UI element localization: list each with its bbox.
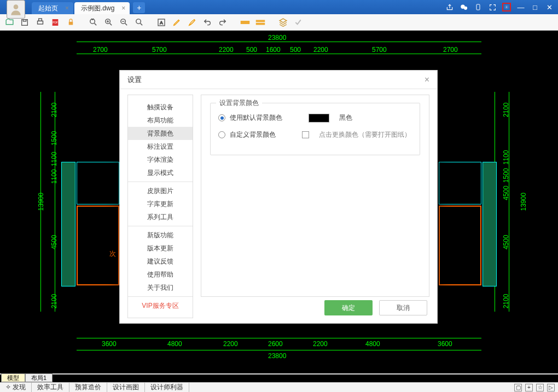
share-icon[interactable] [445, 3, 454, 11]
hscroll[interactable] [0, 373, 558, 375]
status-icon[interactable]: + [525, 384, 533, 391]
wall [483, 162, 497, 286]
wall [61, 162, 75, 286]
close-icon[interactable]: × [121, 4, 125, 12]
close-icon[interactable]: × [65, 4, 69, 12]
status-item[interactable]: 预算造价 [69, 383, 107, 392]
sidebar-item[interactable]: 使用帮助 [128, 268, 193, 281]
wechat-icon[interactable] [460, 3, 468, 11]
svg-point-0 [14, 4, 19, 9]
layout-tab-1[interactable]: 布局1 [25, 373, 53, 382]
color-name: 黑色 [339, 113, 352, 122]
settings-icon[interactable] [502, 3, 511, 11]
custom-color-box[interactable] [302, 131, 309, 138]
dim-line [40, 92, 41, 312]
close-window-icon[interactable]: ✕ [545, 3, 554, 11]
svg-rect-19 [256, 20, 265, 22]
dim-line [77, 338, 481, 338]
zoom-region-icon[interactable] [88, 17, 98, 27]
tab-add-button[interactable]: + [133, 2, 145, 13]
tab-start[interactable]: 起始页 × [32, 2, 73, 14]
radio-custom-bg[interactable] [218, 131, 225, 138]
open-icon[interactable] [4, 17, 14, 27]
zoom-icon[interactable] [134, 17, 144, 27]
dim: 3600 [438, 340, 452, 348]
dim-line [509, 92, 509, 312]
sidebar-item[interactable]: 新版功能 [128, 229, 193, 242]
svg-rect-7 [37, 21, 43, 24]
option-default-row: 使用默认背景颜色 黑色 [218, 113, 412, 122]
status-item[interactable]: 效率工具 [32, 383, 69, 392]
lock-icon[interactable] [66, 17, 75, 27]
dialog-footer: 确定 取消 [324, 300, 427, 315]
title-bar: 起始页 × 示例图.dwg × + — □ ✕ [0, 0, 558, 14]
status-item[interactable]: 设计画图 [107, 383, 145, 392]
redo-icon[interactable] [218, 17, 228, 27]
mobile-icon[interactable] [474, 3, 483, 11]
dialog-body: 触摸设备 布局功能 背景颜色 标注设置 字体渲染 显示模式 皮肤图片 字库更新 … [120, 89, 437, 324]
sidebar-item[interactable]: 布局功能 [128, 114, 193, 127]
dim: 4800 [365, 340, 380, 348]
dialog-header: 设置 × [120, 71, 437, 89]
dim: 1600 [266, 46, 281, 54]
dim: 2700 [93, 46, 108, 54]
sidebar-item[interactable]: 关于我们 [128, 281, 193, 294]
pdf-icon[interactable]: PDF [50, 17, 60, 27]
layout-tab-model[interactable]: 模型 [1, 373, 25, 382]
tab-label: 起始页 [38, 4, 58, 13]
status-icon[interactable]: ▢ [514, 384, 522, 391]
dialog-close-button[interactable]: × [425, 75, 429, 85]
sidebar-item[interactable]: 建议反馈 [128, 255, 193, 268]
sidebar-item-vip[interactable]: VIP服务专区 [128, 299, 193, 312]
pencil-icon[interactable] [172, 17, 182, 27]
dim-overall-top: 23800 [268, 34, 286, 42]
sidebar-item-bgcolor[interactable]: 背景颜色 [128, 127, 193, 140]
check-icon[interactable] [293, 17, 303, 27]
cyan-detail [439, 162, 481, 204]
save-icon[interactable] [20, 17, 30, 27]
zoom-in-icon[interactable] [103, 17, 113, 27]
status-icon[interactable]: ▷ [547, 384, 555, 391]
sidebar-item[interactable]: 字库更新 [128, 197, 193, 210]
measure-multi-icon[interactable] [255, 17, 265, 27]
svg-rect-20 [256, 22, 265, 25]
dim: 500 [246, 46, 257, 54]
fullscreen-icon[interactable] [488, 3, 497, 11]
status-discover[interactable]: ✧ 发现 [0, 383, 32, 392]
sidebar-item[interactable]: 标注设置 [128, 140, 193, 153]
settings-dialog: 设置 × 触摸设备 布局功能 背景颜色 标注设置 字体渲染 显示模式 皮肤图片 … [119, 70, 438, 324]
avatar-wrap [0, 0, 32, 14]
text-icon[interactable]: A [156, 17, 166, 27]
brush-icon[interactable] [187, 17, 197, 27]
user-avatar[interactable] [7, 0, 25, 19]
print-icon[interactable] [35, 17, 45, 27]
dim: 2700 [443, 46, 458, 54]
sidebar-item[interactable]: 皮肤图片 [128, 184, 193, 197]
svg-rect-3 [476, 4, 480, 10]
sidebar-item[interactable]: 系列工具 [128, 210, 193, 224]
status-icon[interactable]: ☆ [536, 384, 544, 391]
radio-default-bg[interactable] [218, 114, 225, 121]
status-item[interactable]: 设计师利器 [145, 383, 189, 392]
room-label: 次 [109, 249, 116, 259]
minimize-icon[interactable]: — [516, 3, 525, 11]
sidebar-item[interactable]: 版本更新 [128, 242, 193, 255]
undo-icon[interactable] [202, 17, 212, 27]
color-swatch-black[interactable] [309, 114, 329, 122]
zoom-out-icon[interactable] [119, 17, 129, 27]
label: 发现 [13, 383, 26, 391]
ok-button[interactable]: 确定 [324, 300, 373, 315]
option-label: 自定义背景颜色 [230, 130, 276, 139]
document-tabs: 起始页 × 示例图.dwg × + [32, 0, 441, 14]
sidebar-item[interactable]: 显示模式 [128, 166, 193, 179]
svg-point-4 [506, 7, 507, 8]
measure-icon[interactable] [240, 17, 250, 27]
custom-hint: 点击更换颜色（需要打开图纸） [319, 130, 411, 139]
sidebar-item[interactable]: 字体渲染 [128, 153, 193, 166]
maximize-icon[interactable]: □ [531, 3, 539, 11]
dim: 2200 [223, 340, 238, 348]
sidebar-item[interactable]: 触摸设备 [128, 101, 193, 114]
cancel-button[interactable]: 取消 [379, 300, 427, 315]
layers-icon[interactable] [278, 17, 288, 27]
tab-drawing[interactable]: 示例图.dwg × [74, 2, 130, 14]
